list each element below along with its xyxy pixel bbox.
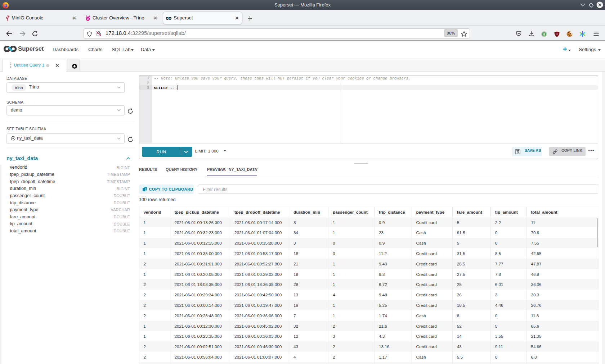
svg-text:uO: uO bbox=[556, 32, 559, 35]
